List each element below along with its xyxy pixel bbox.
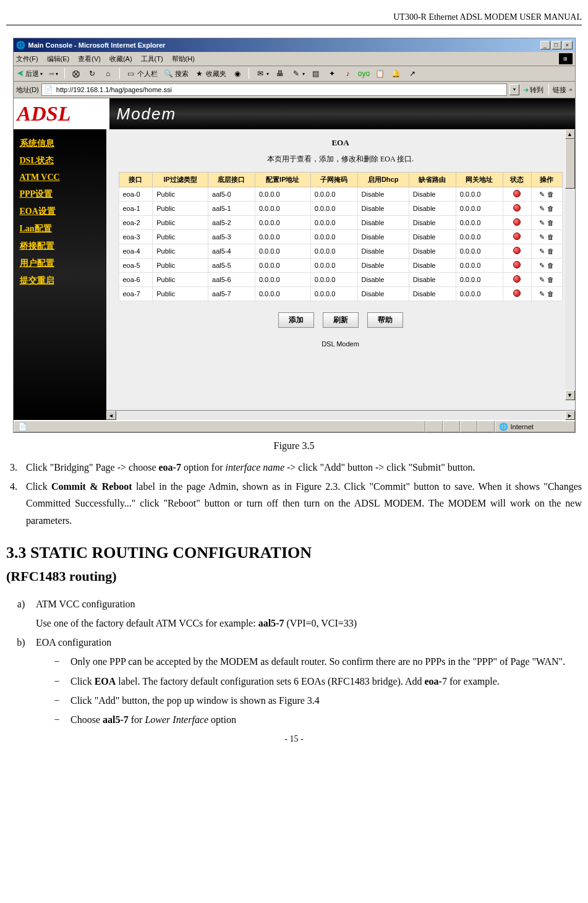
print-button[interactable]: 🖶 <box>274 69 286 79</box>
status-cell <box>503 244 532 259</box>
edit-icon[interactable]: ✎ <box>539 290 545 298</box>
extra4-button[interactable]: 🔔 <box>390 69 403 79</box>
table-cell: 0.0.0.0 <box>255 259 310 273</box>
window-title: Main Console - Microsoft Internet Explor… <box>28 41 166 49</box>
edit-icon[interactable]: ✎ <box>539 190 545 199</box>
delete-icon[interactable]: 🗑 <box>547 190 554 198</box>
menu-item[interactable]: 文件(F) <box>16 54 38 64</box>
extra2-button[interactable]: oyo <box>358 69 370 79</box>
dash-bullet: − <box>6 692 70 709</box>
status-cell <box>460 421 477 432</box>
item-a: ATM VCC configuration <box>36 596 135 612</box>
discuss-button[interactable]: ▤ <box>310 69 322 79</box>
dash-bullet: − <box>6 711 70 728</box>
delete-icon[interactable]: 🗑 <box>547 262 554 269</box>
menu-item[interactable]: 帮助(H) <box>172 54 195 64</box>
sidebar-item[interactable]: DSL状态 <box>20 155 100 166</box>
extra1-button[interactable]: ♪ <box>342 69 354 79</box>
status-cell <box>503 287 532 301</box>
status-dot-icon <box>513 289 521 297</box>
status-dot-icon <box>513 261 521 268</box>
table-cell: 0.0.0.0 <box>456 244 503 259</box>
add-button[interactable]: 添加 <box>278 312 314 328</box>
section-subheading: (RFC1483 routing) <box>6 568 582 584</box>
ie-window: 🌐 Main Console - Microsoft Internet Expl… <box>13 38 576 433</box>
table-cell: eoa-3 <box>119 230 153 244</box>
menu-item[interactable]: 查看(V) <box>78 54 101 64</box>
close-button[interactable]: × <box>563 41 573 49</box>
list-number: 4. <box>6 478 26 529</box>
table-cell: 0.0.0.0 <box>255 287 310 301</box>
ie-addressbar: 地址(D) 📄 ▾ ➜转到 链接 » <box>14 82 575 98</box>
media-button[interactable]: ◉ <box>231 69 244 79</box>
stop-button[interactable]: ⨂ <box>70 69 82 79</box>
vertical-scrollbar[interactable]: ▲ ▼ <box>565 129 575 400</box>
forward-button[interactable]: ➡ ▾ <box>48 70 59 78</box>
table-cell: Disable <box>357 273 409 287</box>
discuss-icon: ▤ <box>311 69 321 79</box>
table-header: 子网掩码 <box>310 173 357 187</box>
extra5-button[interactable]: ↗ <box>406 69 419 79</box>
go-button[interactable]: ➜转到 <box>522 85 545 95</box>
edit-icon[interactable]: ✎ <box>539 219 545 227</box>
table-cell: 0.0.0.0 <box>310 216 357 230</box>
edit-button[interactable]: ✎▾ <box>290 69 306 79</box>
table-cell: Disable <box>409 259 456 273</box>
sidebar-item[interactable]: 提交重启 <box>20 275 100 286</box>
favorites-button[interactable]: ★收藏夹 <box>194 69 228 79</box>
minimize-button[interactable]: _ <box>540 41 550 49</box>
links-expand[interactable]: » <box>569 87 572 93</box>
edit-icon[interactable]: ✎ <box>539 276 545 284</box>
menu-item[interactable]: 编辑(E) <box>47 54 70 64</box>
status-left: 📄 <box>14 421 425 432</box>
edit-icon[interactable]: ✎ <box>539 262 545 270</box>
mail-button[interactable]: ✉▾ <box>254 69 270 79</box>
edit-icon[interactable]: ✎ <box>539 205 545 213</box>
tool-button[interactable]: ✦ <box>326 69 338 79</box>
step-3-text: Click "Bridging" Page -> choose eoa-7 op… <box>26 459 582 476</box>
edit-icon[interactable]: ✎ <box>539 247 545 255</box>
adsl-logo: ADSL <box>14 98 109 129</box>
maximize-button[interactable]: □ <box>552 41 561 49</box>
table-header: 接口 <box>119 173 153 187</box>
table-header: 网关地址 <box>456 173 503 187</box>
refresh-page-button[interactable]: 刷新 <box>323 312 359 328</box>
delete-icon[interactable]: 🗑 <box>547 290 554 297</box>
edit-icon[interactable]: ✎ <box>539 233 545 241</box>
sidebar-item[interactable]: 桥接配置 <box>20 241 100 252</box>
sidebar-item[interactable]: ATM VCC <box>20 173 100 182</box>
sidebar-item[interactable]: Lan配置 <box>20 223 100 234</box>
table-cell: Disable <box>357 202 409 216</box>
links-label: 链接 <box>553 85 566 95</box>
sidebar-item[interactable]: PPP设置 <box>20 189 100 200</box>
menu-item[interactable]: 收藏(A) <box>109 54 132 64</box>
table-row: eoa-1Publicaal5-10.0.0.00.0.0.0DisableDi… <box>119 202 562 216</box>
dash-item-1: Only one PPP can be accepted by the MODE… <box>70 653 582 670</box>
table-cell: aal5-4 <box>208 244 255 259</box>
delete-icon[interactable]: 🗑 <box>547 205 554 212</box>
table-cell: 0.0.0.0 <box>255 244 310 259</box>
sidebar-item[interactable]: 系统信息 <box>20 138 100 149</box>
menu-item[interactable]: 工具(T) <box>141 54 163 64</box>
table-cell: 0.0.0.0 <box>310 202 357 216</box>
status-cell <box>503 273 532 287</box>
address-dropdown[interactable]: ▾ <box>509 84 519 95</box>
horizontal-scrollbar[interactable]: ◄ ► <box>106 410 575 420</box>
help-button[interactable]: 帮助 <box>367 312 403 328</box>
sidebar-item[interactable]: EOA设置 <box>20 206 100 217</box>
address-input[interactable] <box>56 86 505 93</box>
delete-icon[interactable]: 🗑 <box>547 247 554 255</box>
sidebar-item[interactable]: 用户配置 <box>20 258 100 269</box>
search-button[interactable]: 🔍搜索 <box>163 69 190 79</box>
delete-icon[interactable]: 🗑 <box>547 233 554 241</box>
status-dot-icon <box>513 247 521 254</box>
list-number: 3. <box>6 459 26 476</box>
home-button[interactable]: ⌂ <box>102 69 114 79</box>
delete-icon[interactable]: 🗑 <box>547 276 554 283</box>
personal-button[interactable]: ▭个人栏 <box>125 69 159 79</box>
delete-icon[interactable]: 🗑 <box>547 219 554 226</box>
refresh-button[interactable]: ↻ <box>86 69 98 79</box>
extra3-button[interactable]: 📋 <box>374 69 386 79</box>
table-cell: eoa-0 <box>119 187 153 202</box>
back-button[interactable]: ⮜ 后退 ▾ <box>16 69 44 79</box>
